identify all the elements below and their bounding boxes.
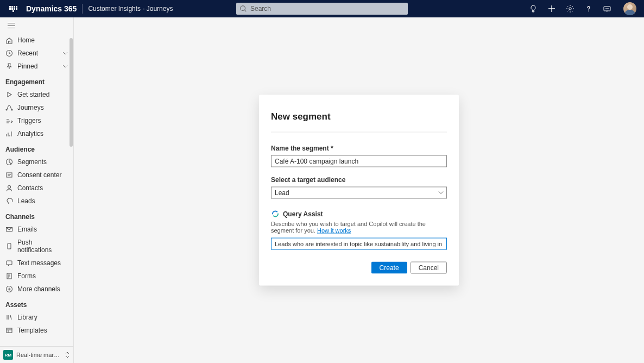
nav-consent center[interactable]: Consent center bbox=[0, 168, 73, 182]
nav-segments[interactable]: Segments bbox=[0, 155, 73, 168]
svg-rect-16 bbox=[7, 328, 12, 333]
contacts-icon bbox=[5, 184, 13, 192]
journey-icon bbox=[5, 104, 13, 111]
assist-description: Describe who you wish to target and Copi… bbox=[271, 221, 447, 234]
segment-icon bbox=[5, 158, 13, 166]
email-icon bbox=[5, 226, 13, 233]
modal-actions: Create Cancel bbox=[271, 262, 447, 274]
top-actions bbox=[529, 2, 640, 15]
nav-get started[interactable]: Get started bbox=[0, 88, 73, 101]
nav-label: Consent center bbox=[17, 171, 61, 179]
consent-icon bbox=[5, 171, 13, 179]
create-button[interactable]: Create bbox=[371, 262, 407, 274]
scrollbar-thumb[interactable] bbox=[70, 38, 73, 147]
svg-point-0 bbox=[241, 6, 245, 11]
section-channels: Channels bbox=[0, 208, 73, 223]
app-launcher-icon[interactable] bbox=[9, 4, 17, 13]
nav-label: Text messages bbox=[17, 259, 61, 267]
nav-contacts[interactable]: Contacts bbox=[0, 182, 73, 195]
nav-label: More channels bbox=[17, 285, 60, 293]
nav-push notifications[interactable]: Push notifications bbox=[0, 236, 73, 256]
section-assets: Assets bbox=[0, 296, 73, 311]
content-area: New segment Name the segment * Select a … bbox=[74, 17, 644, 363]
nav-label: Leads bbox=[17, 197, 35, 205]
nav-forms[interactable]: Forms bbox=[0, 270, 73, 283]
push-icon bbox=[5, 242, 13, 250]
search-input[interactable] bbox=[236, 3, 408, 15]
nav-label: Templates bbox=[17, 327, 47, 334]
segment-name-input[interactable] bbox=[271, 155, 447, 167]
more-icon bbox=[5, 285, 13, 293]
nav-label: Recent bbox=[17, 49, 38, 57]
query-assist-input[interactable] bbox=[271, 238, 447, 250]
help-icon[interactable] bbox=[584, 4, 593, 13]
assist-title: Query Assist bbox=[283, 210, 323, 218]
top-bar: Dynamics 365 Customer Insights - Journey… bbox=[0, 0, 644, 17]
plus-icon[interactable] bbox=[547, 4, 556, 13]
nav-label: Push notifications bbox=[17, 239, 68, 254]
nav-emails[interactable]: Emails bbox=[0, 223, 73, 236]
section-engagement: Engagement bbox=[0, 73, 73, 88]
nav-triggers[interactable]: Triggers bbox=[0, 114, 73, 127]
nav-label: Segments bbox=[17, 158, 47, 166]
audience-label: Select a target audience bbox=[271, 176, 447, 184]
assistant-icon[interactable] bbox=[603, 4, 611, 13]
nav-leads[interactable]: Leads bbox=[0, 195, 73, 208]
nav-recent[interactable]: Recent bbox=[0, 47, 73, 60]
nav-analytics[interactable]: Analytics bbox=[0, 127, 73, 140]
copilot-icon bbox=[271, 210, 280, 218]
search-icon bbox=[239, 5, 247, 12]
area-badge: RM bbox=[3, 350, 13, 360]
nav-templates[interactable]: Templates bbox=[0, 324, 73, 337]
svg-point-9 bbox=[8, 186, 11, 189]
svg-line-1 bbox=[245, 10, 247, 12]
sidebar-scrollbar[interactable] bbox=[69, 17, 73, 363]
avatar[interactable] bbox=[623, 2, 636, 15]
nav-journeys[interactable]: Journeys bbox=[0, 101, 73, 114]
nav-pinned[interactable]: Pinned bbox=[0, 60, 73, 73]
svg-rect-8 bbox=[7, 173, 12, 177]
analytics-icon bbox=[5, 130, 13, 137]
area-label: Real-time marketi... bbox=[16, 352, 61, 358]
hamburger-button[interactable] bbox=[0, 17, 73, 34]
gear-icon[interactable] bbox=[566, 4, 574, 13]
new-segment-modal: New segment Name the segment * Select a … bbox=[259, 95, 459, 286]
svg-point-2 bbox=[569, 8, 571, 10]
nav-label: Analytics bbox=[17, 130, 43, 137]
audience-select[interactable]: Lead bbox=[271, 187, 447, 199]
clock-icon bbox=[5, 49, 13, 57]
hamburger-icon bbox=[8, 23, 15, 28]
nav-text messages[interactable]: Text messages bbox=[0, 256, 73, 270]
svg-point-12 bbox=[9, 248, 10, 248]
chevron-down-icon bbox=[62, 64, 68, 69]
lightbulb-icon[interactable] bbox=[529, 4, 538, 13]
brand-title: Dynamics 365 bbox=[26, 4, 77, 13]
pin-icon bbox=[5, 62, 13, 70]
form-icon bbox=[5, 272, 13, 280]
app-subtitle: Customer Insights - Journeys bbox=[88, 5, 173, 12]
nav-label: Pinned bbox=[17, 62, 37, 70]
nav-label: Library bbox=[17, 314, 37, 321]
nav-more channels[interactable]: More channels bbox=[0, 283, 73, 296]
chevron-down-icon bbox=[62, 51, 68, 56]
audience-value: Lead bbox=[275, 189, 289, 197]
section-audience: Audience bbox=[0, 140, 73, 155]
nav-label: Triggers bbox=[17, 117, 41, 124]
template-icon bbox=[5, 327, 13, 334]
modal-divider bbox=[271, 132, 447, 133]
search-container bbox=[236, 3, 408, 15]
cancel-button[interactable]: Cancel bbox=[411, 262, 447, 274]
nav-label: Get started bbox=[17, 91, 49, 98]
query-assist-header: Query Assist bbox=[271, 210, 447, 218]
svg-rect-13 bbox=[7, 261, 12, 265]
nav-home[interactable]: Home bbox=[0, 34, 73, 47]
leads-icon bbox=[5, 197, 13, 205]
nav-label: Home bbox=[17, 36, 35, 44]
nav-library[interactable]: Library bbox=[0, 311, 73, 324]
nav-label: Emails bbox=[17, 226, 37, 233]
area-switcher[interactable]: RM Real-time marketi... bbox=[0, 346, 73, 363]
modal-title: New segment bbox=[271, 111, 447, 122]
how-it-works-link[interactable]: How it works bbox=[317, 227, 351, 234]
nav-label: Forms bbox=[17, 272, 36, 280]
sidebar: Home Recent Pinned Engagement Get starte… bbox=[0, 17, 74, 363]
